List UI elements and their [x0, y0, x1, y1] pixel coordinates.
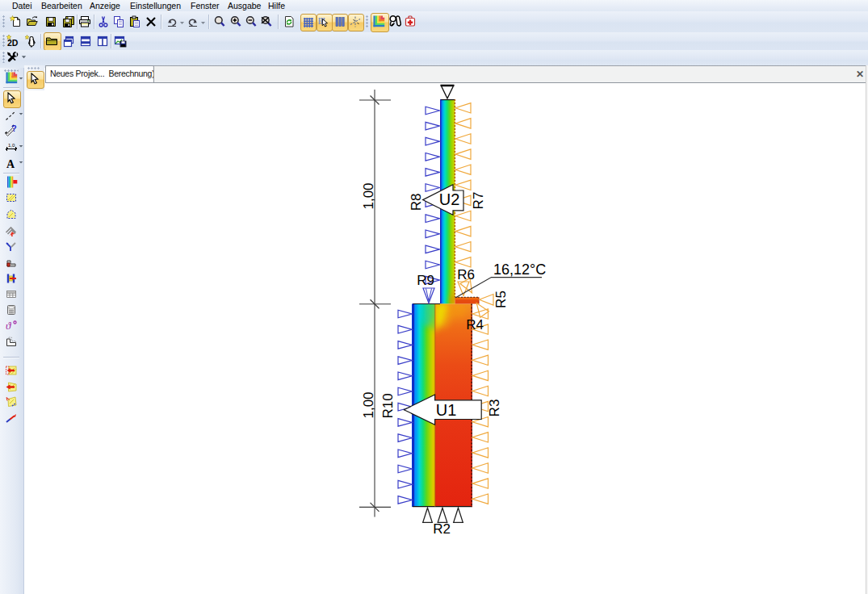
svg-text:R3: R3 [487, 399, 502, 417]
svg-text:?: ? [12, 124, 17, 133]
svg-text:R4: R4 [466, 317, 484, 333]
svg-text:R9: R9 [417, 273, 434, 288]
svg-text:1,00: 1,00 [361, 182, 376, 209]
svg-text:A: A [6, 158, 15, 170]
svg-text:1,0: 1,0 [8, 143, 15, 148]
svg-text:16,12°C: 16,12°C [493, 261, 546, 278]
svg-text:ϑ: ϑ [6, 320, 11, 332]
svg-text:R8: R8 [409, 194, 424, 211]
svg-text:U1: U1 [436, 401, 457, 419]
svg-text:R5: R5 [493, 291, 509, 308]
svg-text:R10: R10 [380, 393, 396, 418]
svg-text:R7: R7 [471, 192, 486, 210]
svg-text:2D: 2D [7, 38, 19, 48]
svg-text:U2: U2 [439, 190, 460, 208]
svg-text:R6: R6 [457, 267, 475, 282]
svg-text:R2: R2 [433, 521, 451, 537]
svg-text:1,00: 1,00 [361, 391, 376, 418]
